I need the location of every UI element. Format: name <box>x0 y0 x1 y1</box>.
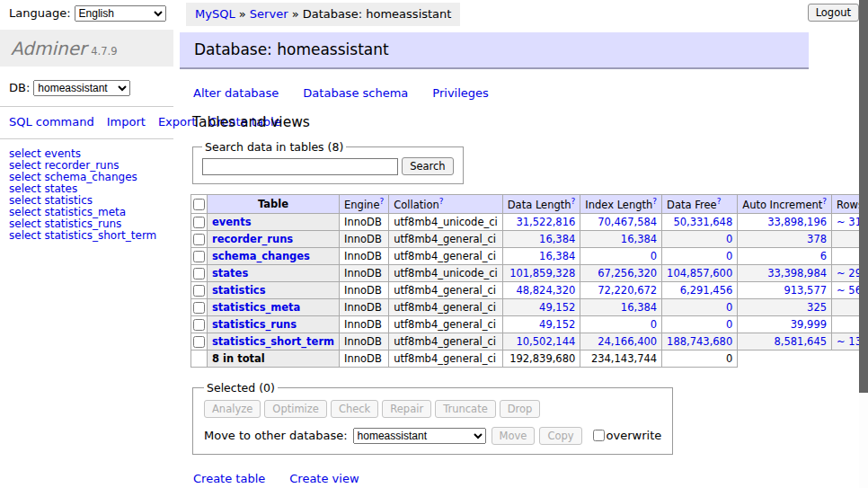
table-name-cell: events <box>208 213 340 230</box>
auto-increment-cell-link[interactable]: 913,577 <box>784 284 827 297</box>
data-free-cell-link[interactable]: 104,857,600 <box>667 267 732 279</box>
help-link[interactable]: ? <box>571 197 576 206</box>
table-name-link[interactable]: statistics_short_term <box>212 335 334 348</box>
auto-increment-cell-link[interactable]: 378 <box>807 233 827 245</box>
create-link[interactable]: Create view <box>289 472 359 485</box>
language-label: Language: <box>9 6 71 20</box>
db-action-link[interactable]: Database schema <box>303 86 408 100</box>
data-free-cell-link[interactable]: 0 <box>726 301 732 314</box>
data-length-cell-link[interactable]: 49,152 <box>539 318 575 331</box>
row-checkbox[interactable] <box>193 302 205 314</box>
column-header-label: Engine <box>344 199 379 211</box>
table-link[interactable]: schema_changes <box>44 172 137 183</box>
index-length-cell-link[interactable]: 0 <box>651 250 657 262</box>
data-free-cell-link[interactable]: 0 <box>726 250 732 262</box>
help-link[interactable]: ? <box>652 197 657 206</box>
data-free-cell-link[interactable]: 6,291,456 <box>680 284 733 297</box>
table-name-link[interactable]: statistics <box>212 284 266 297</box>
select-all-checkbox[interactable] <box>193 199 205 210</box>
sidebar-link[interactable]: Import <box>107 115 146 129</box>
data-free-cell-link[interactable]: 0 <box>726 233 732 245</box>
select-link[interactable]: select <box>9 207 41 218</box>
scrollbar-thumb[interactable] <box>859 0 868 393</box>
sidebar-table-item: select statistics_meta <box>9 207 173 218</box>
table-name-link[interactable]: schema_changes <box>212 250 310 262</box>
row-checkbox[interactable] <box>193 285 205 297</box>
auto-increment-cell-link[interactable]: 39,999 <box>791 318 827 331</box>
data-free-cell-link[interactable]: 0 <box>726 318 732 331</box>
search-input[interactable] <box>202 158 398 175</box>
row-checkbox[interactable] <box>193 251 205 262</box>
data-free-cell-link[interactable]: 188,743,680 <box>667 335 732 348</box>
data-free-cell-link[interactable]: 50,331,648 <box>673 216 732 228</box>
sidebar-link[interactable]: SQL command <box>9 115 94 129</box>
row-checkbox[interactable] <box>193 319 205 331</box>
data-length-cell-link[interactable]: 16,384 <box>539 250 575 262</box>
row-check-cell <box>191 315 208 333</box>
select-link[interactable]: select <box>9 230 41 242</box>
search-button[interactable]: Search <box>402 157 454 175</box>
breadcrumb-link[interactable]: MySQL <box>195 7 235 21</box>
auto-increment-cell-link[interactable]: 33,898,196 <box>767 216 827 228</box>
data-length-cell-link[interactable]: 16,384 <box>539 233 575 245</box>
logout-button[interactable]: Logout <box>808 4 859 22</box>
engine-cell: InnoDB <box>340 333 389 350</box>
auto-increment-cell-link[interactable]: 33,398,984 <box>767 267 827 279</box>
index-length-cell-link[interactable]: 24,166,400 <box>598 335 657 348</box>
select-link[interactable]: select <box>9 148 41 160</box>
auto-increment-cell-link[interactable]: 8,581,645 <box>775 335 828 348</box>
table-name-link[interactable]: statistics_runs <box>212 318 297 331</box>
select-link[interactable]: select <box>9 218 41 230</box>
db-action-link[interactable]: Alter database <box>193 86 279 100</box>
table-name-link[interactable]: states <box>212 267 248 279</box>
row-checkbox[interactable] <box>193 234 205 245</box>
db-select[interactable]: homeassistant <box>33 80 130 96</box>
index-length-cell-link[interactable]: 70,467,584 <box>598 216 657 228</box>
table-link[interactable]: states <box>44 183 77 195</box>
select-link[interactable]: select <box>9 195 41 207</box>
help-link[interactable]: ? <box>439 197 444 206</box>
table-link[interactable]: events <box>44 148 80 160</box>
row-checkbox[interactable] <box>193 336 205 348</box>
help-link[interactable]: ? <box>379 197 384 206</box>
table-link[interactable]: recorder_runs <box>44 160 119 172</box>
row-checkbox[interactable] <box>193 217 205 228</box>
table-name-link[interactable]: recorder_runs <box>212 233 293 245</box>
table-name-link[interactable]: statistics_meta <box>212 301 300 314</box>
table-link[interactable]: statistics_runs <box>44 218 121 230</box>
data-length-cell-link[interactable]: 49,152 <box>539 301 575 314</box>
index-length-cell-link[interactable]: 16,384 <box>621 233 657 245</box>
select-link[interactable]: select <box>9 183 41 195</box>
move-db-select[interactable]: homeassistant <box>353 428 486 444</box>
auto-increment-cell-link[interactable]: 325 <box>807 301 827 314</box>
auto-increment-cell: 8,581,645 <box>738 333 832 350</box>
row-checkbox[interactable] <box>193 268 205 279</box>
index-length-cell-link[interactable]: 16,384 <box>621 301 657 314</box>
data-length-cell-link[interactable]: 31,522,816 <box>516 216 575 228</box>
create-link[interactable]: Create table <box>193 472 265 485</box>
index-length-cell-link[interactable]: 0 <box>651 318 657 331</box>
index-length-cell-link[interactable]: 72,220,672 <box>598 284 657 297</box>
table-link[interactable]: statistics <box>44 195 93 207</box>
auto-increment-cell-link[interactable]: 6 <box>820 250 827 262</box>
help-link[interactable]: ? <box>822 197 827 206</box>
breadcrumb-link[interactable]: Server <box>250 7 288 21</box>
table-link[interactable]: statistics_short_term <box>44 230 156 242</box>
auto-increment-cell: 913,577 <box>738 281 832 298</box>
scrollbar-track[interactable] <box>859 0 868 488</box>
data-length-cell-link[interactable]: 10,502,144 <box>516 335 575 348</box>
header-check-cell <box>191 195 208 214</box>
data-length-cell-link[interactable]: 48,824,320 <box>516 284 575 297</box>
db-action-link[interactable]: Privileges <box>432 86 489 100</box>
help-link[interactable]: ? <box>717 197 722 206</box>
table-name-link[interactable]: events <box>212 216 252 228</box>
overwrite-checkbox[interactable] <box>593 430 605 441</box>
language-select[interactable]: English <box>75 5 166 22</box>
index-length-cell-link[interactable]: 67,256,320 <box>598 267 657 279</box>
adminer-brand-link[interactable]: Adminer <box>11 38 86 59</box>
table-link[interactable]: statistics_meta <box>44 207 126 218</box>
data-length-cell-link[interactable]: 101,859,328 <box>509 267 575 279</box>
row-check-cell <box>191 281 208 298</box>
select-link[interactable]: select <box>9 172 41 183</box>
select-link[interactable]: select <box>9 160 41 172</box>
